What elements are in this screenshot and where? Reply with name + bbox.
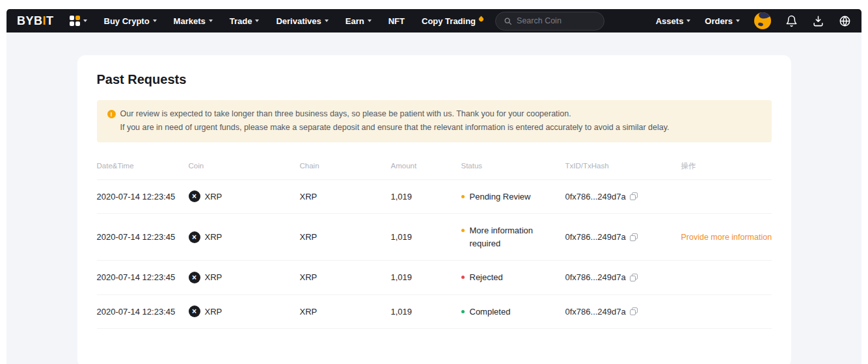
page-background: Past Requests ! Our review is expected t… [7,32,861,364]
avatar-hair [758,12,771,20]
status-dot [461,310,465,313]
chevron-down-icon [368,20,372,22]
cell-txid: 0fx786...249d7a [565,271,681,284]
status-dot [461,195,465,198]
xrp-coin-icon: × [189,190,200,202]
cell-amount: 1,019 [391,231,461,244]
chevron-down-icon [255,20,259,22]
nav-item-label: Assets [656,16,684,26]
copy-icon[interactable] [630,233,638,241]
nav-item-trade[interactable]: Trade [230,16,260,26]
chevron-down-icon [83,20,87,22]
cell-status: Completed [461,306,565,318]
cell-amount: 1,019 [391,190,461,203]
search-input[interactable] [517,16,593,25]
app-grid-menu[interactable] [70,16,87,26]
nav-item-label: Trade [230,16,252,26]
cell-chain: XRP [300,271,391,284]
page-title: Past Requests [97,72,772,87]
header-amount: Amount [391,162,461,170]
status-label: Pending Review [470,190,531,203]
top-nav: BYBIT Buy Crypto Markets Trade Derivativ… [7,9,861,32]
header-txid: TxID/TxHash [565,162,681,170]
provide-more-information-link[interactable]: Provide more information [681,233,772,242]
flame-droplet-icon [478,16,485,23]
header-datetime: Date&Time [97,162,189,170]
nav-item-buy-crypto[interactable]: Buy Crypto [104,16,157,26]
cell-txid: 0fx786...249d7a [565,306,681,318]
nav-item-copy-trading[interactable]: Copy Trading [422,16,483,26]
nav-item-label: Buy Crypto [104,16,150,26]
bybit-logo[interactable]: BYBIT [17,14,54,28]
nav-item-markets[interactable]: Markets [174,16,213,26]
chevron-down-icon [153,20,157,22]
nav-item-label: NFT [388,16,405,26]
search-box[interactable] [495,12,604,31]
assets-menu[interactable]: Assets [656,16,691,26]
nav-item-label: Derivatives [276,16,321,26]
chevron-down-icon [209,20,213,22]
language-button[interactable] [839,15,851,27]
copy-icon[interactable] [630,192,638,200]
cell-coin: × XRP [189,231,300,244]
table-row: 2020-07-14 12:23:45 × XRP XRP 1,019 More… [97,214,772,261]
copy-icon[interactable] [630,307,638,315]
user-avatar[interactable] [754,12,771,29]
notifications-button[interactable] [785,15,798,27]
coin-label: XRP [205,306,223,318]
downloads-button[interactable] [812,15,824,27]
coin-label: XRP [205,271,223,284]
cell-datetime: 2020-07-14 12:23:45 [97,271,189,284]
status-dot [461,276,465,279]
cell-txid: 0fx786...249d7a [565,190,681,203]
nav-item-derivatives[interactable]: Derivatives [276,16,328,26]
table-header-row: Date&Time Coin Chain Amount Status TxID/… [97,153,772,180]
cell-chain: XRP [300,231,391,244]
nav-item-label: Orders [705,16,733,26]
search-icon [504,17,512,25]
notice-line-2: If you are in need of urgent funds, plea… [120,121,670,135]
header-action: 操作 [681,161,772,171]
orders-menu[interactable]: Orders [705,16,740,26]
chevron-down-icon [736,20,740,22]
status-label: Rejected [470,271,503,284]
cell-chain: XRP [300,190,391,203]
cell-status: Pending Review [461,190,565,203]
table-row: 2020-07-14 12:23:45 × XRP XRP 1,019 Reje… [97,261,772,295]
txid-value: 0fx786...249d7a [565,306,626,318]
cell-amount: 1,019 [391,271,461,284]
notice-text: Our review is expected to take longer th… [120,107,670,135]
exclamation-circle-icon: ! [107,110,116,118]
avatar-mouth [758,22,764,27]
table-body: 2020-07-14 12:23:45 × XRP XRP 1,019 Pend… [97,180,772,330]
chevron-down-icon [686,20,690,22]
cell-datetime: 2020-07-14 12:23:45 [97,190,189,203]
copy-icon[interactable] [630,274,638,281]
header-status: Status [461,162,565,170]
coin-label: XRP [205,231,223,244]
nav-item-earn[interactable]: Earn [346,16,372,26]
xrp-coin-icon: × [189,231,200,243]
notice-line-1: Our review is expected to take longer th… [120,107,670,121]
cell-amount: 1,019 [391,306,461,318]
viewport-frame: BYBIT Buy Crypto Markets Trade Derivativ… [7,9,861,364]
nav-item-label: Earn [346,16,364,26]
main-menu: Buy Crypto Markets Trade Derivatives Ear… [104,16,484,26]
logo-part1: BYB [17,14,43,28]
notice-banner: ! Our review is expected to take longer … [97,100,772,142]
nav-item-nft[interactable]: NFT [388,16,405,26]
chevron-down-icon [325,20,329,22]
cell-datetime: 2020-07-14 12:23:45 [97,231,189,244]
past-requests-table: Date&Time Coin Chain Amount Status TxID/… [97,153,772,330]
logo-part2: T [46,14,54,28]
status-dot [461,229,465,232]
bell-icon [785,15,798,27]
cell-chain: XRP [300,306,391,318]
cell-coin: × XRP [189,271,300,284]
status-label: More information required [470,224,547,250]
txid-value: 0fx786...249d7a [565,271,626,284]
nav-right: Assets Orders [656,12,851,29]
cell-status: More information required [461,224,565,250]
cell-coin: × XRP [189,190,300,203]
table-row: 2020-07-14 12:23:45 × XRP XRP 1,019 Pend… [97,180,772,214]
